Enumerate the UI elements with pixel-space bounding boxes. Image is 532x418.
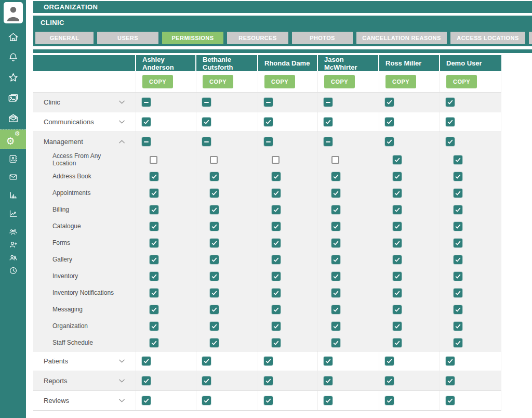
- permission-checkbox[interactable]: [446, 117, 455, 126]
- permission-checkbox[interactable]: [385, 117, 394, 126]
- permission-checkbox[interactable]: [393, 239, 402, 247]
- permission-checkbox[interactable]: [264, 396, 273, 405]
- tab-resources[interactable]: RESOURCES: [227, 32, 288, 44]
- copy-button[interactable]: COPY: [385, 75, 416, 88]
- permission-checkbox[interactable]: [210, 272, 219, 281]
- permission-checkbox[interactable]: [385, 396, 394, 405]
- permission-checkbox[interactable]: [393, 205, 402, 214]
- permission-checkbox[interactable]: [454, 172, 462, 181]
- permission-checkbox[interactable]: [210, 322, 219, 331]
- permission-checkbox[interactable]: [393, 305, 402, 314]
- permission-checkbox[interactable]: [272, 289, 281, 297]
- permission-checkbox[interactable]: [150, 189, 158, 198]
- sidebar-item-bar-chart[interactable]: [0, 186, 26, 206]
- sidebar-item-mail-open[interactable]: [0, 109, 26, 129]
- permission-checkbox[interactable]: [331, 322, 340, 331]
- permission-checkbox[interactable]: [210, 305, 219, 314]
- copy-button[interactable]: COPY: [203, 75, 233, 88]
- permission-checkbox[interactable]: [324, 98, 332, 107]
- sidebar-item-line-chart[interactable]: [0, 204, 26, 224]
- permission-checkbox[interactable]: [393, 289, 402, 297]
- permission-checkbox[interactable]: [272, 172, 281, 181]
- permission-checkbox[interactable]: [142, 98, 151, 107]
- permission-checkbox[interactable]: [324, 396, 332, 405]
- permission-checkbox[interactable]: [202, 376, 211, 385]
- sidebar-item-home[interactable]: [0, 28, 26, 48]
- permission-checkbox[interactable]: [331, 289, 340, 297]
- permission-checkbox[interactable]: [393, 172, 402, 181]
- chevron-down-icon[interactable]: [118, 120, 125, 124]
- permission-checkbox[interactable]: [202, 98, 211, 107]
- permission-checkbox[interactable]: [150, 305, 158, 314]
- sidebar-item-address-book[interactable]: [0, 150, 26, 169]
- sidebar-item-star[interactable]: [0, 69, 26, 88]
- permission-checkbox[interactable]: [272, 338, 281, 347]
- permission-checkbox[interactable]: [331, 189, 340, 198]
- copy-button[interactable]: COPY: [142, 75, 173, 88]
- permission-checkbox[interactable]: [272, 222, 281, 231]
- permission-checkbox[interactable]: [331, 255, 340, 264]
- sidebar-item-clock[interactable]: [0, 262, 26, 281]
- permission-checkbox[interactable]: [454, 222, 462, 231]
- permission-checkbox[interactable]: [272, 239, 281, 247]
- permission-checkbox[interactable]: [393, 338, 402, 347]
- permission-checkbox[interactable]: [210, 255, 219, 264]
- permission-checkbox[interactable]: [331, 239, 340, 247]
- permission-checkbox[interactable]: [264, 376, 273, 385]
- permission-checkbox[interactable]: [331, 205, 340, 214]
- permission-checkbox[interactable]: [150, 172, 158, 181]
- permission-checkbox[interactable]: [264, 137, 273, 146]
- permission-checkbox[interactable]: [393, 322, 402, 331]
- permission-checkbox[interactable]: [150, 156, 157, 164]
- permission-checkbox[interactable]: [150, 255, 158, 264]
- permission-checkbox[interactable]: [142, 396, 151, 405]
- permission-checkbox[interactable]: [454, 289, 462, 297]
- permission-checkbox[interactable]: [385, 137, 394, 146]
- tab-cancellation-reasons[interactable]: CANCELLATION REASONS: [356, 32, 447, 44]
- permission-checkbox[interactable]: [331, 305, 340, 314]
- tab-access-locations[interactable]: ACCESS LOCATIONS: [450, 32, 525, 44]
- permission-checkbox[interactable]: [446, 396, 455, 405]
- chevron-down-icon[interactable]: [118, 100, 125, 104]
- permission-checkbox[interactable]: [446, 137, 455, 146]
- permission-checkbox[interactable]: [393, 189, 402, 198]
- permission-checkbox[interactable]: [210, 189, 219, 198]
- permission-checkbox[interactable]: [142, 137, 151, 146]
- permission-checkbox[interactable]: [202, 137, 211, 146]
- permission-checkbox[interactable]: [331, 272, 340, 281]
- permission-checkbox[interactable]: [202, 396, 211, 405]
- permission-checkbox[interactable]: [272, 322, 281, 331]
- permission-checkbox[interactable]: [272, 205, 281, 214]
- permission-checkbox[interactable]: [385, 98, 394, 107]
- tab-partial[interactable]: [529, 32, 532, 44]
- chevron-down-icon[interactable]: [118, 378, 125, 383]
- chevron-down-icon[interactable]: [118, 359, 125, 363]
- permission-checkbox[interactable]: [150, 322, 158, 331]
- permission-checkbox[interactable]: [454, 322, 462, 331]
- tab-general[interactable]: GENERAL: [35, 32, 94, 44]
- user-avatar[interactable]: [4, 2, 23, 23]
- permission-checkbox[interactable]: [446, 376, 455, 385]
- permission-checkbox[interactable]: [150, 239, 158, 247]
- permission-checkbox[interactable]: [272, 305, 281, 314]
- sidebar-item-bell[interactable]: [0, 48, 26, 68]
- permission-checkbox[interactable]: [385, 357, 394, 365]
- permission-checkbox[interactable]: [150, 289, 158, 297]
- permission-checkbox[interactable]: [454, 338, 462, 347]
- permission-checkbox[interactable]: [393, 222, 402, 231]
- permission-checkbox[interactable]: [454, 205, 462, 214]
- tab-permissions[interactable]: PERMISSIONS: [162, 32, 223, 44]
- permission-checkbox[interactable]: [324, 376, 332, 385]
- permission-checkbox[interactable]: [454, 239, 462, 247]
- permission-checkbox[interactable]: [331, 172, 340, 181]
- permission-checkbox[interactable]: [210, 156, 218, 164]
- sidebar-item-envelope[interactable]: [0, 168, 26, 188]
- permission-checkbox[interactable]: [385, 376, 394, 385]
- copy-button[interactable]: COPY: [264, 75, 295, 88]
- permission-checkbox[interactable]: [142, 117, 151, 126]
- permission-checkbox[interactable]: [202, 117, 211, 126]
- chevron-up-icon[interactable]: [118, 139, 125, 144]
- permission-checkbox[interactable]: [150, 222, 158, 231]
- permission-checkbox[interactable]: [331, 338, 340, 347]
- permission-checkbox[interactable]: [150, 272, 158, 281]
